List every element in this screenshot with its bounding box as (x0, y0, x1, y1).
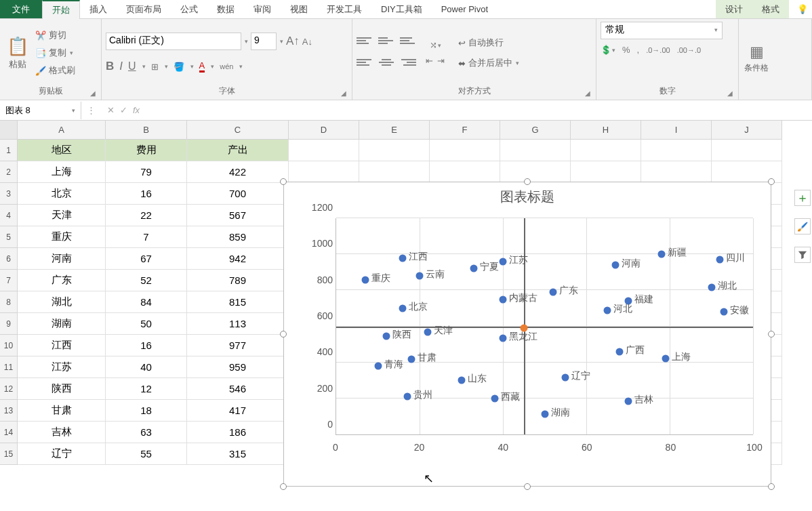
copy-button[interactable]: 📑复制▾ (34, 46, 77, 60)
col-header[interactable]: A (18, 121, 106, 140)
phonetic-button[interactable]: wén (220, 62, 233, 70)
chart-point[interactable] (362, 276, 369, 283)
cell[interactable] (571, 140, 641, 161)
underline-button[interactable]: U (128, 60, 136, 73)
decrease-indent-button[interactable]: ⇤ (426, 56, 433, 66)
decrease-font-icon[interactable]: A↓ (302, 37, 312, 47)
formula-input[interactable] (146, 108, 812, 113)
chart-point[interactable] (720, 308, 727, 316)
chart-point[interactable] (403, 393, 411, 401)
cell[interactable] (430, 161, 500, 183)
cell[interactable] (641, 161, 712, 183)
col-header[interactable]: F (430, 121, 500, 140)
chart-styles-button[interactable]: 🖌️ (794, 218, 811, 234)
cell[interactable] (571, 161, 641, 183)
increase-decimal-button[interactable]: .0→.00 (646, 45, 670, 55)
cell[interactable]: 22 (106, 205, 187, 226)
number-format-select[interactable]: 常规▾ (601, 22, 723, 39)
cut-button[interactable]: ✂️剪切 (34, 28, 77, 42)
tab-insert[interactable]: 插入 (80, 0, 117, 18)
dialog-launcher-icon[interactable]: ◢ (341, 89, 346, 97)
cell[interactable]: 上海 (18, 161, 106, 183)
tab-diy[interactable]: DIY工具箱 (371, 0, 432, 18)
tab-powerpivot[interactable]: Power Pivot (432, 0, 498, 18)
chart-point[interactable] (708, 284, 715, 291)
cell[interactable]: 815 (187, 291, 289, 313)
name-box[interactable]: 图表 8▾ (0, 102, 81, 119)
conditional-format-button[interactable]: ▦ 条件格 (743, 35, 770, 83)
row-header[interactable]: 15 (0, 443, 18, 465)
align-center-button[interactable] (378, 55, 394, 70)
row-header[interactable]: 11 (0, 356, 18, 378)
cell[interactable]: 567 (187, 205, 289, 226)
chart-point[interactable] (424, 329, 432, 336)
chart-point[interactable] (374, 362, 382, 369)
cell[interactable]: 417 (187, 400, 289, 422)
col-header[interactable]: I (641, 121, 712, 140)
italic-button[interactable]: I (119, 60, 123, 73)
chart-title[interactable]: 图表标题 (284, 182, 771, 211)
cancel-formula-icon[interactable]: ✕ (107, 105, 115, 115)
resize-handle[interactable] (768, 178, 775, 185)
cell[interactable]: 84 (106, 291, 187, 313)
accept-formula-icon[interactable]: ✓ (120, 105, 127, 115)
cell[interactable]: 789 (187, 270, 289, 291)
tab-chart-design[interactable]: 设计 (716, 0, 752, 18)
tab-review[interactable]: 审阅 (244, 0, 281, 18)
cell[interactable]: 859 (187, 226, 289, 248)
row-header[interactable]: 8 (0, 291, 18, 313)
cell[interactable]: 7 (106, 226, 187, 248)
cell[interactable]: 江苏 (18, 356, 106, 378)
col-header[interactable]: C (187, 121, 289, 140)
col-header[interactable]: G (500, 121, 571, 140)
resize-handle[interactable] (280, 483, 287, 490)
cell[interactable]: 天津 (18, 205, 106, 226)
chart-point[interactable] (458, 377, 465, 384)
row-header[interactable]: 14 (0, 422, 18, 443)
cell[interactable]: 甘肃 (18, 400, 106, 422)
row-header[interactable]: 12 (0, 378, 18, 400)
cell[interactable]: 422 (187, 161, 289, 183)
cell[interactable]: 55 (106, 443, 187, 465)
cell[interactable]: 北京 (18, 183, 106, 205)
help-icon[interactable]: 💡 (793, 0, 812, 18)
paste-button[interactable]: 📋 粘贴 (4, 29, 31, 77)
cell[interactable]: 67 (106, 248, 187, 270)
orientation-button[interactable]: ⤭ ▾ (426, 40, 445, 50)
chart-point[interactable] (407, 356, 415, 363)
col-header[interactable]: B (106, 121, 187, 140)
cell[interactable] (289, 161, 359, 183)
cell[interactable]: 977 (187, 335, 289, 356)
row-header[interactable]: 10 (0, 335, 18, 356)
font-size-select[interactable]: 9 (251, 33, 277, 50)
chart-point[interactable] (624, 397, 632, 405)
chart-point[interactable] (612, 261, 620, 268)
row-header[interactable]: 2 (0, 161, 18, 183)
resize-handle[interactable] (768, 483, 775, 490)
cell[interactable]: 湖北 (18, 291, 106, 313)
cell[interactable]: 315 (187, 443, 289, 465)
cell[interactable] (289, 140, 359, 161)
chart-point[interactable] (500, 334, 507, 342)
chart-point[interactable] (603, 306, 611, 314)
tab-formulas[interactable]: 公式 (171, 0, 207, 18)
chart-point[interactable] (520, 325, 527, 332)
align-bottom-button[interactable] (400, 33, 416, 48)
cell[interactable]: 942 (187, 248, 289, 270)
cell[interactable]: 79 (106, 161, 187, 183)
chart-point[interactable] (470, 265, 477, 272)
chart-plot-area[interactable]: 重庆云南江西宁夏江苏河南新疆四川北京内蒙古广东福建河北湖北安徽陕西天津黑龙江青海… (336, 218, 753, 435)
align-middle-button[interactable] (378, 33, 394, 48)
increase-indent-button[interactable]: ⇥ (437, 56, 445, 66)
col-header[interactable]: E (359, 121, 430, 140)
cell[interactable]: 重庆 (18, 226, 106, 248)
tab-data[interactable]: 数据 (207, 0, 244, 18)
row-header[interactable]: 5 (0, 226, 18, 248)
cell[interactable] (359, 161, 430, 183)
merge-center-button[interactable]: ⬌合并后居中▾ (457, 56, 521, 70)
cell[interactable]: 陕西 (18, 378, 106, 400)
chart-point[interactable] (549, 289, 556, 296)
row-header[interactable]: 3 (0, 183, 18, 205)
row-header[interactable]: 1 (0, 140, 18, 161)
currency-button[interactable]: 💲▾ (601, 45, 615, 55)
